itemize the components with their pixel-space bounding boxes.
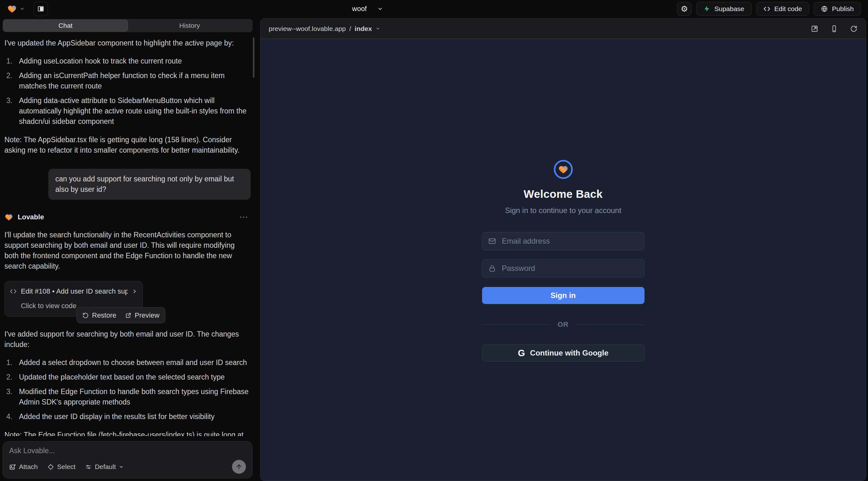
- open-in-new-tab-button[interactable]: [811, 25, 818, 33]
- chevron-right-icon: [132, 289, 137, 294]
- select-label: Select: [57, 463, 75, 471]
- supabase-label: Supabase: [714, 5, 744, 13]
- publish-button[interactable]: Publish: [814, 2, 861, 16]
- email-field[interactable]: [482, 232, 645, 250]
- code-icon: [10, 288, 17, 295]
- supabase-icon: [703, 5, 710, 12]
- list-item: Updated the placeholder text based on th…: [6, 372, 251, 382]
- preview-url-selector[interactable]: preview--woof.lovable.app / index: [269, 25, 380, 33]
- sidebar-toggle-button[interactable]: [33, 2, 48, 16]
- chevron-down-icon: [375, 26, 380, 31]
- assistant-note: Note: The Edge Function file (fetch-fire…: [4, 430, 251, 436]
- refresh-button[interactable]: [850, 25, 858, 33]
- restore-label: Restore: [92, 310, 116, 320]
- preview-domain: preview--woof.lovable.app: [269, 25, 346, 33]
- target-icon: [48, 463, 54, 470]
- chat-input[interactable]: [9, 447, 246, 455]
- mode-label: Default: [95, 463, 116, 471]
- chat-panel: Chat History I've updated the AppSidebar…: [0, 18, 255, 481]
- chevron-down-icon: [119, 464, 124, 469]
- list-item: Added a select dropdown to choose betwee…: [6, 357, 251, 368]
- google-label: Continue with Google: [530, 349, 609, 357]
- preview-label: Preview: [135, 310, 159, 320]
- user-message-bubble: can you add support for searching not on…: [49, 169, 251, 200]
- tab-history[interactable]: History: [128, 20, 252, 31]
- arrow-up-icon: [236, 463, 243, 470]
- project-name-menu[interactable]: woof: [352, 5, 383, 13]
- edit-card-group: Edit #108 • Add user ID search supp... C…: [4, 281, 153, 320]
- list-item: Adding useLocation hook to track the cur…: [6, 56, 251, 66]
- assistant-list: Adding useLocation hook to track the cur…: [6, 56, 251, 127]
- top-bar: woof ⚙ Supabase Edit code Publish: [0, 0, 868, 18]
- mode-selector[interactable]: Default: [85, 463, 124, 471]
- restore-button[interactable]: Restore: [83, 310, 116, 320]
- project-name: woof: [352, 5, 367, 13]
- sliders-icon: [85, 463, 92, 470]
- send-button[interactable]: [232, 460, 246, 474]
- chat-history-tabs: Chat History: [3, 19, 253, 32]
- page-subtitle: Sign in to continue to your account: [505, 206, 621, 215]
- preview-button[interactable]: Preview: [125, 310, 159, 320]
- app-logo: [554, 160, 573, 179]
- version-actions: Restore Preview: [76, 307, 165, 323]
- chevron-down-icon: [20, 6, 25, 11]
- assistant-list: Added a select dropdown to choose betwee…: [6, 357, 251, 422]
- mobile-view-button[interactable]: [830, 25, 838, 33]
- google-icon: G: [518, 349, 525, 358]
- preview-header: preview--woof.lovable.app / index: [260, 19, 866, 39]
- lovable-heart-icon: [7, 4, 17, 14]
- sign-in-button[interactable]: Sign in: [482, 287, 645, 304]
- lovable-heart-icon: [4, 213, 13, 222]
- attach-button[interactable]: Attach: [9, 463, 38, 471]
- mail-icon: [488, 237, 496, 245]
- more-options-icon[interactable]: ⋯: [239, 216, 251, 219]
- lovable-logo-menu[interactable]: [7, 4, 25, 14]
- preview-panel: preview--woof.lovable.app / index: [260, 18, 866, 481]
- assistant-message-text: I've updated the AppSidebar component to…: [4, 38, 251, 49]
- or-label: OR: [558, 320, 569, 329]
- tab-chat[interactable]: Chat: [3, 20, 128, 31]
- password-field[interactable]: [482, 259, 645, 278]
- panel-toggle-icon: [37, 5, 44, 12]
- code-icon: [763, 5, 770, 12]
- chevron-down-icon: [377, 6, 383, 12]
- list-item: Adding an isCurrentPath helper function …: [6, 70, 251, 91]
- heart-icon: [558, 164, 569, 175]
- attach-label: Attach: [19, 463, 38, 471]
- edit-card-title: Edit #108 • Add user ID search supp...: [21, 286, 128, 296]
- supabase-button[interactable]: Supabase: [696, 2, 752, 16]
- attach-image-icon: [9, 463, 16, 470]
- lock-icon: [488, 264, 496, 272]
- chat-scrollbar-thumb[interactable]: [253, 37, 254, 78]
- assistant-note: Note: The AppSidebar.tsx file is getting…: [4, 135, 251, 156]
- preview-viewport: Welcome Back Sign in to continue to your…: [260, 39, 866, 481]
- list-item: Added the user ID display in the results…: [6, 412, 251, 422]
- select-button[interactable]: Select: [48, 463, 75, 471]
- edit-code-label: Edit code: [774, 5, 802, 13]
- edit-code-button[interactable]: Edit code: [756, 2, 809, 16]
- preview-page: index: [355, 25, 372, 33]
- path-separator: /: [349, 25, 351, 33]
- page-title: Welcome Back: [523, 188, 602, 200]
- assistant-name: Lovable: [18, 212, 44, 222]
- assistant-message-text: I'll update the search functionality in …: [4, 230, 251, 271]
- chat-composer: Attach Select Default: [3, 441, 253, 478]
- gear-icon: ⚙: [681, 5, 688, 13]
- list-item: Modified the Edge Function to handle bot…: [6, 386, 251, 407]
- google-signin-button[interactable]: G Continue with Google: [482, 345, 645, 361]
- chat-messages: I've updated the AppSidebar component to…: [0, 32, 255, 436]
- publish-label: Publish: [832, 5, 854, 13]
- external-link-icon: [125, 312, 131, 319]
- assistant-message-text: I've added support for searching by both…: [4, 329, 251, 350]
- assistant-header: Lovable ⋯: [4, 212, 251, 222]
- settings-button[interactable]: ⚙: [677, 2, 692, 16]
- or-divider: OR: [482, 320, 645, 329]
- globe-icon: [821, 5, 828, 12]
- signin-card: Welcome Back Sign in to continue to your…: [482, 160, 645, 361]
- restore-icon: [83, 312, 89, 319]
- list-item: Adding data-active attribute to SidebarM…: [6, 95, 251, 127]
